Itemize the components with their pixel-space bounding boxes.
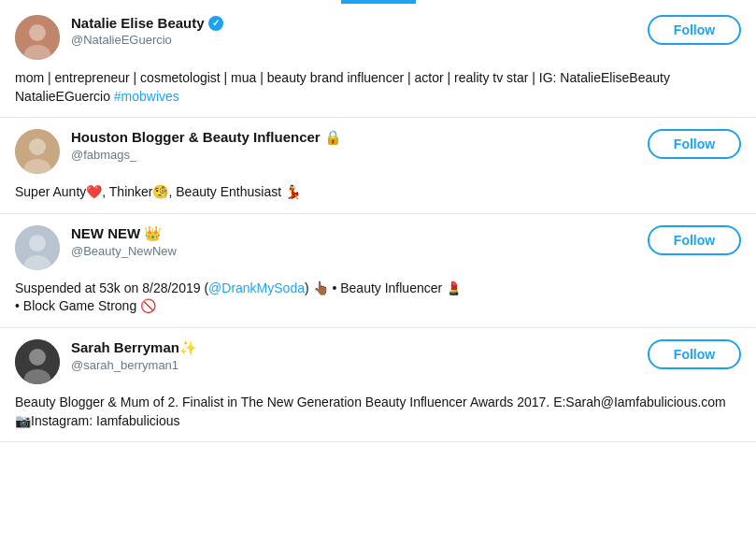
svg-point-7 [29, 235, 46, 251]
avatar-user4[interactable] [15, 339, 60, 384]
display-name-user1[interactable]: Natalie Elise Beauty [71, 15, 205, 31]
avatar-user2[interactable] [15, 129, 60, 174]
screen-name-user1: @NatalieEGuercio [71, 33, 223, 47]
bio-user2: Super Aunty❤️, Thinker🧐, Beauty Enthusia… [15, 183, 741, 202]
user-card-user2: Houston Blogger & Beauty Influencer 🔒@fa… [0, 118, 756, 214]
user-info-user1: Natalie Elise Beauty✓@NatalieEGuercio [71, 15, 223, 47]
name-row-user1: Natalie Elise Beauty✓ [71, 15, 223, 31]
user-card-top-user4: Sarah Berryman✨@sarah_berryman1Follow [15, 339, 741, 384]
user-card-top-user3: NEW NEW 👑@Beauty_NewNewFollow [15, 225, 741, 270]
screen-name-user3: @Beauty_NewNew [71, 244, 177, 258]
bio-user1: mom | entrepreneur | cosmetologist | mua… [15, 69, 741, 106]
user-info-user2: Houston Blogger & Beauty Influencer 🔒@fa… [71, 129, 342, 162]
display-name-user2[interactable]: Houston Blogger & Beauty Influencer 🔒 [71, 129, 342, 146]
avatar-user3[interactable] [15, 225, 60, 270]
bio-user4: Beauty Blogger & Mum of 2. Finalist in T… [15, 394, 741, 430]
user-info-user3: NEW NEW 👑@Beauty_NewNew [71, 225, 177, 258]
mention-user3[interactable]: @DrankMySoda [208, 280, 305, 295]
user-card-user3: NEW NEW 👑@Beauty_NewNewFollowSuspended a… [0, 214, 756, 328]
screen-name-user4: @sarah_berryman1 [71, 358, 197, 372]
display-name-user3[interactable]: NEW NEW 👑 [71, 225, 162, 242]
svg-point-4 [29, 138, 46, 155]
svg-point-10 [29, 349, 46, 366]
user-card-user4: Sarah Berryman✨@sarah_berryman1FollowBea… [0, 328, 756, 442]
hashtag-user1[interactable]: #mobwives [114, 89, 179, 104]
user-card-top-user2: Houston Blogger & Beauty Influencer 🔒@fa… [15, 129, 741, 174]
avatar-user1[interactable] [15, 15, 60, 60]
svg-point-1 [29, 24, 46, 41]
verified-icon-user1: ✓ [208, 16, 223, 31]
user-card-top-user1: Natalie Elise Beauty✓@NatalieEGuercioFol… [15, 15, 741, 60]
follow-button-user2[interactable]: Follow [648, 129, 741, 159]
display-name-user4[interactable]: Sarah Berryman✨ [71, 339, 197, 356]
user-card-left-user1: Natalie Elise Beauty✓@NatalieEGuercio [15, 15, 223, 60]
name-row-user2: Houston Blogger & Beauty Influencer 🔒 [71, 129, 342, 146]
user-info-user4: Sarah Berryman✨@sarah_berryman1 [71, 339, 197, 372]
follow-button-user4[interactable]: Follow [648, 339, 741, 369]
user-card-user1: Natalie Elise Beauty✓@NatalieEGuercioFol… [0, 4, 756, 118]
screen-name-user2: @fabmags_ [71, 148, 342, 162]
follow-button-user1[interactable]: Follow [648, 15, 741, 45]
user-card-left-user3: NEW NEW 👑@Beauty_NewNew [15, 225, 177, 270]
follow-button-user3[interactable]: Follow [648, 225, 741, 255]
name-row-user3: NEW NEW 👑 [71, 225, 177, 242]
name-row-user4: Sarah Berryman✨ [71, 339, 197, 356]
bio-user3: Suspended at 53k on 8/28/2019 (@DrankMyS… [15, 280, 741, 316]
user-card-left-user2: Houston Blogger & Beauty Influencer 🔒@fa… [15, 129, 342, 174]
user-card-left-user4: Sarah Berryman✨@sarah_berryman1 [15, 339, 197, 384]
